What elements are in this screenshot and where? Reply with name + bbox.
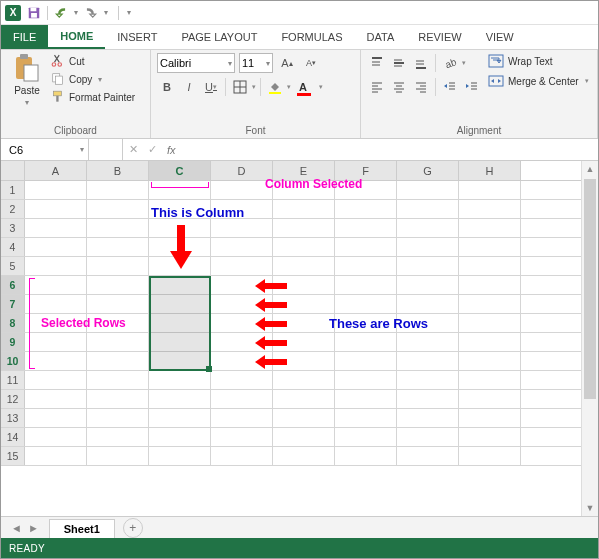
format-painter-button[interactable]: Format Painter — [51, 89, 135, 105]
row-header[interactable]: 13 — [1, 409, 25, 427]
cell[interactable] — [335, 200, 397, 218]
cell[interactable] — [397, 409, 459, 427]
sheet-nav-prev-icon[interactable]: ◄ — [11, 522, 22, 534]
cell[interactable] — [335, 219, 397, 237]
cell[interactable] — [211, 238, 273, 256]
cell[interactable] — [25, 352, 87, 370]
cell[interactable] — [149, 352, 211, 370]
tab-page-layout[interactable]: PAGE LAYOUT — [169, 25, 269, 49]
cell[interactable] — [25, 447, 87, 465]
cell[interactable] — [397, 390, 459, 408]
cell[interactable] — [25, 238, 87, 256]
cut-button[interactable]: Cut — [51, 53, 135, 69]
tab-insert[interactable]: INSERT — [105, 25, 169, 49]
vertical-scrollbar[interactable]: ▲ ▼ — [581, 161, 598, 516]
cell[interactable] — [335, 257, 397, 275]
cell[interactable] — [87, 295, 149, 313]
cell[interactable] — [211, 409, 273, 427]
cell[interactable] — [459, 238, 521, 256]
cell[interactable] — [273, 257, 335, 275]
tab-review[interactable]: REVIEW — [406, 25, 473, 49]
tab-formulas[interactable]: FORMULAS — [269, 25, 354, 49]
cell[interactable] — [149, 200, 211, 218]
cell[interactable] — [459, 314, 521, 332]
align-top-icon[interactable] — [367, 53, 387, 73]
cell[interactable] — [397, 371, 459, 389]
cell[interactable] — [211, 371, 273, 389]
cell[interactable] — [397, 181, 459, 199]
cell[interactable] — [149, 333, 211, 351]
cell[interactable] — [335, 428, 397, 446]
cell[interactable] — [335, 371, 397, 389]
cell[interactable] — [149, 390, 211, 408]
align-bottom-icon[interactable] — [411, 53, 431, 73]
cell[interactable] — [273, 428, 335, 446]
copy-button[interactable]: Copy▾ — [51, 71, 135, 87]
cell[interactable] — [25, 295, 87, 313]
col-header-selected[interactable]: C — [149, 161, 211, 180]
row-header[interactable]: 14 — [1, 428, 25, 446]
cell[interactable] — [335, 276, 397, 294]
cell[interactable] — [25, 428, 87, 446]
cell[interactable] — [87, 352, 149, 370]
cell[interactable] — [87, 200, 149, 218]
name-box[interactable]: C6 ▾ — [1, 139, 89, 160]
borders-icon[interactable] — [230, 77, 250, 97]
cell[interactable] — [397, 333, 459, 351]
scroll-up-icon[interactable]: ▲ — [582, 161, 598, 177]
cell[interactable] — [211, 257, 273, 275]
cell[interactable] — [335, 409, 397, 427]
col-header[interactable]: A — [25, 161, 87, 180]
cell[interactable] — [211, 181, 273, 199]
col-header[interactable]: H — [459, 161, 521, 180]
cell[interactable] — [87, 181, 149, 199]
merge-center-button[interactable]: Merge & Center▾ — [488, 73, 589, 89]
cell[interactable] — [273, 371, 335, 389]
cell[interactable] — [335, 295, 397, 313]
cell[interactable] — [273, 200, 335, 218]
cell[interactable] — [25, 276, 87, 294]
cell[interactable] — [459, 371, 521, 389]
col-header[interactable]: F — [335, 161, 397, 180]
cell[interactable] — [273, 181, 335, 199]
cell[interactable] — [335, 238, 397, 256]
cell[interactable] — [87, 371, 149, 389]
row-header[interactable]: 10 — [1, 352, 25, 370]
fx-icon[interactable]: fx — [167, 144, 176, 156]
cell[interactable] — [25, 390, 87, 408]
cell[interactable] — [149, 295, 211, 313]
paste-button[interactable]: Paste ▾ — [7, 53, 47, 107]
cell[interactable] — [397, 219, 459, 237]
cell[interactable] — [459, 447, 521, 465]
cell[interactable] — [397, 276, 459, 294]
col-header[interactable]: B — [87, 161, 149, 180]
cell[interactable] — [25, 409, 87, 427]
row-header[interactable]: 9 — [1, 333, 25, 351]
cell[interactable] — [273, 390, 335, 408]
cell[interactable] — [273, 409, 335, 427]
formula-input[interactable] — [182, 139, 598, 160]
cell[interactable] — [87, 428, 149, 446]
col-header[interactable]: E — [273, 161, 335, 180]
fill-color-icon[interactable] — [265, 77, 285, 97]
tab-home[interactable]: HOME — [48, 25, 105, 49]
cell[interactable] — [25, 257, 87, 275]
sheet-tab[interactable]: Sheet1 — [49, 519, 115, 538]
align-right-icon[interactable] — [411, 77, 431, 97]
cell[interactable] — [459, 276, 521, 294]
cell[interactable] — [211, 200, 273, 218]
cell[interactable] — [459, 295, 521, 313]
underline-button[interactable]: U▾ — [201, 77, 221, 97]
col-header[interactable]: D — [211, 161, 273, 180]
cell[interactable] — [397, 257, 459, 275]
cell[interactable] — [87, 333, 149, 351]
cell[interactable] — [397, 352, 459, 370]
row-header[interactable]: 12 — [1, 390, 25, 408]
align-center-icon[interactable] — [389, 77, 409, 97]
cell[interactable] — [149, 276, 211, 294]
sheet-nav-next-icon[interactable]: ► — [28, 522, 39, 534]
cell[interactable] — [397, 238, 459, 256]
scroll-down-icon[interactable]: ▼ — [582, 500, 598, 516]
cell[interactable] — [25, 219, 87, 237]
scroll-thumb[interactable] — [584, 179, 596, 399]
